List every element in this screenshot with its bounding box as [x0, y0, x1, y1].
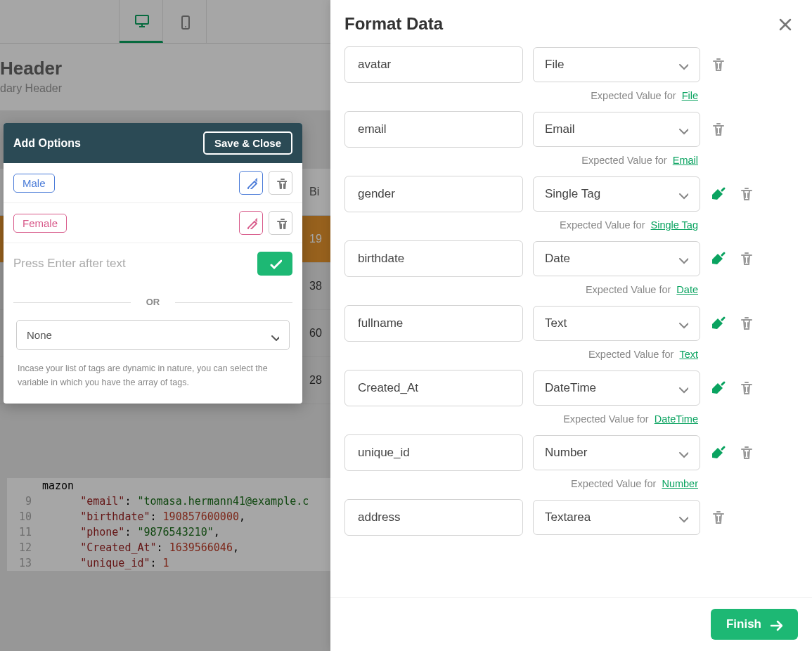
- save-close-button[interactable]: Save & Close: [203, 131, 292, 155]
- field-type-value: Textarea: [545, 510, 591, 524]
- expected-value-link[interactable]: DateTime: [655, 413, 698, 425]
- hint-text: Incase your list of tags are dynamic in …: [4, 361, 302, 404]
- field-name-input[interactable]: [344, 240, 523, 277]
- field-group: Number Expected Value for Number: [344, 434, 798, 489]
- field-type-select[interactable]: Date: [533, 241, 700, 276]
- expected-value-link[interactable]: Text: [679, 349, 698, 360]
- field-type-value: Single Tag: [545, 187, 600, 201]
- delete-field-button[interactable]: [738, 250, 755, 267]
- field-group: Single Tag Expected Value for Single Tag: [344, 176, 798, 231]
- field-name-input[interactable]: [344, 176, 523, 212]
- trash-icon: [710, 56, 727, 73]
- field-actions: [710, 314, 755, 333]
- chevron-down-icon: [676, 252, 688, 265]
- chevron-down-icon: [676, 382, 688, 394]
- paint-icon: [710, 250, 728, 268]
- field-type-value: Text: [545, 316, 567, 330]
- option-tag: Female: [13, 214, 67, 233]
- popup-title: Add Options: [13, 137, 81, 150]
- chevron-down-icon: [676, 188, 688, 200]
- chevron-down-icon: [676, 317, 688, 330]
- paint-icon: [710, 444, 728, 462]
- expected-value-link[interactable]: Single Tag: [651, 219, 698, 231]
- field-type-value: DateTime: [545, 381, 596, 395]
- format-paint-button[interactable]: [710, 379, 728, 397]
- field-type-value: Email: [545, 122, 575, 136]
- expected-value-label: Expected Value for DateTime: [344, 413, 798, 425]
- trash-icon: [738, 250, 755, 267]
- finish-button-label: Finish: [726, 617, 761, 631]
- field-group: File Expected Value for File: [344, 46, 798, 101]
- delete-option-button[interactable]: [269, 171, 292, 195]
- eyedropper-icon: [245, 176, 257, 189]
- popup-header: Add Options Save & Close: [4, 123, 302, 163]
- field-type-value: Number: [545, 446, 587, 460]
- paint-icon: [710, 379, 728, 397]
- delete-field-button[interactable]: [738, 380, 755, 397]
- option-tag: Male: [13, 174, 55, 193]
- paint-icon: [710, 185, 728, 203]
- format-data-panel: Format Data File Expected Value for File…: [330, 0, 812, 651]
- format-paint-button[interactable]: [710, 314, 728, 333]
- field-type-select[interactable]: Textarea: [533, 500, 700, 535]
- confirm-option-button[interactable]: [257, 252, 292, 276]
- delete-field-button[interactable]: [738, 315, 755, 332]
- color-picker-button[interactable]: [239, 211, 263, 235]
- expected-value-label: Expected Value for Date: [344, 284, 798, 295]
- delete-field-button[interactable]: [738, 186, 755, 202]
- delete-field-button[interactable]: [710, 121, 727, 138]
- add-options-popup: Add Options Save & Close Male Female OR …: [4, 123, 302, 404]
- format-paint-button[interactable]: [710, 444, 728, 462]
- check-icon: [268, 257, 282, 271]
- delete-option-button[interactable]: [269, 211, 292, 235]
- delete-field-button[interactable]: [738, 444, 755, 461]
- field-type-select[interactable]: DateTime: [533, 370, 700, 406]
- format-paint-button[interactable]: [710, 250, 728, 268]
- field-type-value: File: [545, 58, 564, 72]
- field-name-input[interactable]: [344, 111, 523, 148]
- close-icon: [777, 16, 792, 32]
- expected-value-link[interactable]: Date: [676, 284, 698, 295]
- close-panel-button[interactable]: [777, 16, 792, 32]
- field-actions: [710, 444, 755, 462]
- field-name-input[interactable]: [344, 46, 523, 83]
- trash-icon: [274, 176, 287, 189]
- field-group: Text Expected Value for Text: [344, 305, 798, 360]
- field-actions: [710, 509, 727, 526]
- field-type-select[interactable]: File: [533, 47, 700, 82]
- option-text-input[interactable]: [13, 257, 250, 271]
- field-type-select[interactable]: Email: [533, 112, 700, 147]
- field-name-input[interactable]: [344, 434, 523, 471]
- format-paint-button[interactable]: [710, 185, 728, 203]
- expected-value-label: Expected Value for File: [344, 90, 798, 101]
- field-type-select[interactable]: Text: [533, 306, 700, 341]
- trash-icon: [738, 186, 755, 202]
- delete-field-button[interactable]: [710, 56, 727, 73]
- delete-field-button[interactable]: [710, 509, 727, 526]
- expected-value-link[interactable]: File: [682, 90, 698, 101]
- finish-button[interactable]: Finish: [711, 609, 798, 640]
- field-group: Date Expected Value for Date: [344, 240, 798, 295]
- variable-select[interactable]: None: [16, 320, 290, 350]
- chevron-down-icon: [676, 511, 688, 524]
- field-name-input[interactable]: [344, 499, 523, 536]
- option-input-row: [4, 243, 302, 284]
- arrow-right-icon: [768, 617, 782, 631]
- field-actions: [710, 56, 727, 73]
- field-type-select[interactable]: Single Tag: [533, 176, 700, 212]
- field-name-input[interactable]: [344, 370, 523, 406]
- expected-value-link[interactable]: Number: [662, 478, 698, 489]
- field-actions: [710, 121, 727, 138]
- field-group: Textarea: [344, 499, 798, 536]
- eyedropper-icon: [245, 217, 257, 229]
- expected-value-link[interactable]: Email: [673, 155, 698, 166]
- trash-icon: [738, 444, 755, 461]
- field-actions: [710, 379, 755, 397]
- field-group: DateTime Expected Value for DateTime: [344, 370, 798, 425]
- expected-value-label: Expected Value for Single Tag: [344, 219, 798, 231]
- chevron-down-icon: [676, 58, 688, 71]
- field-name-input[interactable]: [344, 305, 523, 342]
- expected-value-label: Expected Value for Number: [344, 478, 798, 489]
- field-type-select[interactable]: Number: [533, 435, 700, 470]
- color-picker-button[interactable]: [239, 171, 263, 195]
